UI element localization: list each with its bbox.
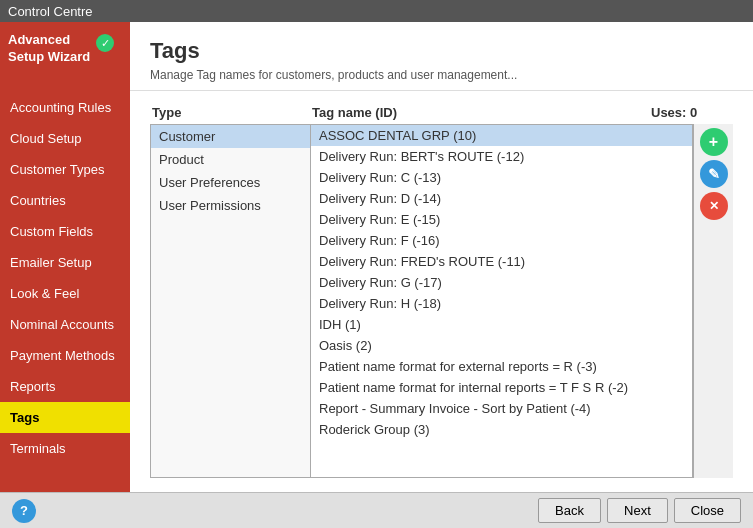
tag-item-13[interactable]: Patient name format for internal reports… bbox=[311, 377, 692, 398]
type-item-customer[interactable]: Customer bbox=[151, 125, 310, 148]
sidebar-item-emailer-setup[interactable]: Emailer Setup bbox=[0, 247, 130, 278]
tag-item-3[interactable]: Delivery Run: C (-13) bbox=[311, 167, 692, 188]
wizard-check-icon: ✓ bbox=[96, 34, 114, 52]
footer-right: Back Next Close bbox=[538, 498, 741, 523]
tag-item-6[interactable]: Delivery Run: F (-16) bbox=[311, 230, 692, 251]
table-header: Type Tag name (ID) Uses: 0 bbox=[150, 105, 733, 120]
sidebar-item-tags[interactable]: Tags bbox=[0, 402, 130, 433]
add-tag-button[interactable]: + bbox=[700, 128, 728, 156]
next-button[interactable]: Next bbox=[607, 498, 668, 523]
tag-item-1[interactable]: ASSOC DENTAL GRP (10) bbox=[311, 125, 692, 146]
tag-item-12[interactable]: Patient name format for external reports… bbox=[311, 356, 692, 377]
tag-item-10[interactable]: IDH (1) bbox=[311, 314, 692, 335]
tag-item-15[interactable]: Roderick Group (3) bbox=[311, 419, 692, 440]
col-type-header: Type bbox=[152, 105, 312, 120]
sidebar-item-payment-methods[interactable]: Payment Methods bbox=[0, 340, 130, 371]
tag-item-4[interactable]: Delivery Run: D (-14) bbox=[311, 188, 692, 209]
sidebar-items: Accounting RulesCloud SetupCustomer Type… bbox=[0, 92, 130, 464]
tag-item-8[interactable]: Delivery Run: G (-17) bbox=[311, 272, 692, 293]
footer-left: ? bbox=[12, 499, 36, 523]
page-subtitle: Manage Tag names for customers, products… bbox=[150, 68, 733, 82]
sidebar-item-cloud-setup[interactable]: Cloud Setup bbox=[0, 123, 130, 154]
sidebar-item-countries[interactable]: Countries bbox=[0, 185, 130, 216]
top-bar: Control Centre bbox=[0, 0, 753, 22]
main-layout: Advanced Setup Wizard ✓ Accounting Rules… bbox=[0, 22, 753, 492]
sidebar-wizard-section[interactable]: Advanced Setup Wizard ✓ bbox=[0, 22, 130, 92]
sidebar-item-customer-types[interactable]: Customer Types bbox=[0, 154, 130, 185]
type-list[interactable]: CustomerProductUser PreferencesUser Perm… bbox=[151, 125, 311, 477]
help-button[interactable]: ? bbox=[12, 499, 36, 523]
tag-item-9[interactable]: Delivery Run: H (-18) bbox=[311, 293, 692, 314]
type-item-user-preferences[interactable]: User Preferences bbox=[151, 171, 310, 194]
content-body: Type Tag name (ID) Uses: 0 CustomerProdu… bbox=[130, 91, 753, 492]
sidebar: Advanced Setup Wizard ✓ Accounting Rules… bbox=[0, 22, 130, 492]
close-button[interactable]: Close bbox=[674, 498, 741, 523]
edit-tag-button[interactable]: ✎ bbox=[700, 160, 728, 188]
tag-item-5[interactable]: Delivery Run: E (-15) bbox=[311, 209, 692, 230]
sidebar-wizard-text: Advanced Setup Wizard bbox=[8, 32, 90, 66]
footer: ? Back Next Close bbox=[0, 492, 753, 528]
sidebar-item-custom-fields[interactable]: Custom Fields bbox=[0, 216, 130, 247]
content-area: Tags Manage Tag names for customers, pro… bbox=[130, 22, 753, 492]
col-tagname-header: Tag name (ID) bbox=[312, 105, 651, 120]
sidebar-item-accounting-rules[interactable]: Accounting Rules bbox=[0, 92, 130, 123]
wizard-line1: Advanced bbox=[8, 32, 90, 49]
tag-item-2[interactable]: Delivery Run: BERT's ROUTE (-12) bbox=[311, 146, 692, 167]
tag-item-14[interactable]: Report - Summary Invoice - Sort by Patie… bbox=[311, 398, 692, 419]
page-title: Tags bbox=[150, 38, 733, 64]
sidebar-item-nominal-accounts[interactable]: Nominal Accounts bbox=[0, 309, 130, 340]
type-item-user-permissions[interactable]: User Permissions bbox=[151, 194, 310, 217]
tag-item-7[interactable]: Delivery Run: FRED's ROUTE (-11) bbox=[311, 251, 692, 272]
tag-list[interactable]: ASSOC DENTAL GRP (10)Delivery Run: BERT'… bbox=[311, 125, 692, 477]
sidebar-item-look-feel[interactable]: Look & Feel bbox=[0, 278, 130, 309]
col-uses-header: Uses: 0 bbox=[651, 105, 731, 120]
content-header: Tags Manage Tag names for customers, pro… bbox=[130, 22, 753, 91]
action-buttons-panel: + ✎ ✕ bbox=[693, 124, 733, 478]
wizard-line2: Setup Wizard bbox=[8, 49, 90, 66]
top-bar-title: Control Centre bbox=[8, 4, 93, 19]
tag-item-11[interactable]: Oasis (2) bbox=[311, 335, 692, 356]
back-button[interactable]: Back bbox=[538, 498, 601, 523]
sidebar-item-reports[interactable]: Reports bbox=[0, 371, 130, 402]
table-wrapper: CustomerProductUser PreferencesUser Perm… bbox=[150, 124, 733, 478]
delete-tag-button[interactable]: ✕ bbox=[700, 192, 728, 220]
sidebar-item-terminals[interactable]: Terminals bbox=[0, 433, 130, 464]
table-content: CustomerProductUser PreferencesUser Perm… bbox=[150, 124, 693, 478]
type-item-product[interactable]: Product bbox=[151, 148, 310, 171]
